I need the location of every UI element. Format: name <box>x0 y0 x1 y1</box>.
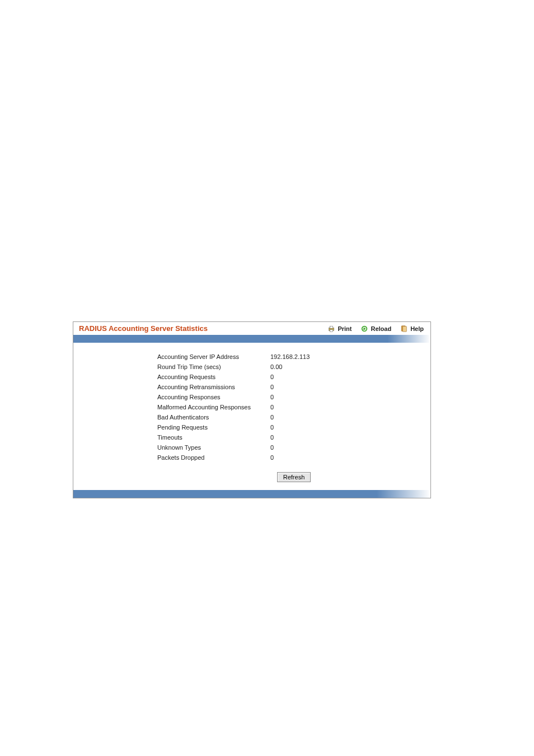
print-label: Print <box>338 325 352 332</box>
stat-row: Pending Requests 0 <box>73 422 430 432</box>
stat-value: 192.168.2.113 <box>264 353 310 360</box>
svg-rect-1 <box>330 326 333 328</box>
stat-row: Accounting Responses 0 <box>73 392 430 402</box>
stat-label: Timeouts <box>73 434 264 441</box>
stat-row: Timeouts 0 <box>73 432 430 442</box>
stats-panel: RADIUS Accounting Server Statistics Prin… <box>73 321 431 498</box>
reload-link[interactable]: Reload <box>360 325 391 333</box>
stat-value: 0.00 <box>264 363 282 370</box>
stat-label: Pending Requests <box>73 424 264 431</box>
stat-value: 0 <box>264 374 274 380</box>
stat-label: Unknown Types <box>73 444 264 451</box>
stat-row: Unknown Types 0 <box>73 442 430 452</box>
stat-row: Bad Authenticators 0 <box>73 412 430 422</box>
refresh-button[interactable]: Refresh <box>277 472 311 482</box>
stat-row: Packets Dropped 0 <box>73 452 430 463</box>
reload-icon <box>360 325 368 333</box>
print-link[interactable]: Print <box>327 325 352 333</box>
stat-row: Accounting Retransmissions 0 <box>73 382 430 392</box>
stat-value: 0 <box>264 434 274 441</box>
header-actions: Print Reload <box>327 325 424 333</box>
button-row: Refresh <box>73 472 430 482</box>
svg-rect-2 <box>330 329 333 332</box>
stat-value: 0 <box>264 404 274 410</box>
stat-label: Bad Authenticators <box>73 414 264 421</box>
svg-point-3 <box>362 325 368 332</box>
stat-value: 0 <box>264 384 274 390</box>
page-title: RADIUS Accounting Server Statistics <box>79 324 208 333</box>
stat-label: Malformed Accounting Responses <box>73 404 264 410</box>
reload-label: Reload <box>371 325 391 332</box>
stat-value: 0 <box>264 444 274 451</box>
stat-row: Accounting Server IP Address 192.168.2.1… <box>73 352 430 362</box>
stat-value: 0 <box>264 454 274 461</box>
stat-row: Malformed Accounting Responses 0 <box>73 402 430 412</box>
help-icon <box>400 325 408 333</box>
help-link[interactable]: Help <box>400 325 424 333</box>
stat-label: Round Trip Time (secs) <box>73 363 264 370</box>
stat-label: Accounting Requests <box>73 374 264 380</box>
stat-label: Packets Dropped <box>73 454 264 461</box>
print-icon <box>327 325 335 333</box>
stat-label: Accounting Server IP Address <box>73 353 264 360</box>
stats-content: Accounting Server IP Address 192.168.2.1… <box>73 343 430 490</box>
gradient-bar-bottom <box>73 490 430 498</box>
stat-value: 0 <box>264 394 274 400</box>
stat-row: Round Trip Time (secs) 0.00 <box>73 362 430 372</box>
gradient-bar-top <box>73 335 430 343</box>
svg-rect-6 <box>403 326 407 332</box>
help-label: Help <box>410 325 424 332</box>
stat-row: Accounting Requests 0 <box>73 372 430 382</box>
stat-label: Accounting Responses <box>73 394 264 400</box>
panel-header: RADIUS Accounting Server Statistics Prin… <box>73 322 430 335</box>
stat-value: 0 <box>264 414 274 421</box>
stat-value: 0 <box>264 424 274 431</box>
stat-label: Accounting Retransmissions <box>73 384 264 390</box>
